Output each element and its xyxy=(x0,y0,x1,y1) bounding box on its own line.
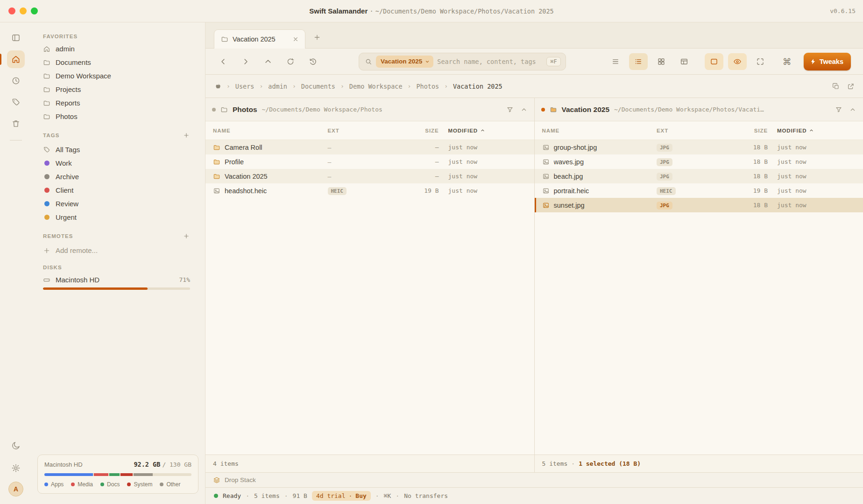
view-detailed-list-button[interactable] xyxy=(629,53,648,70)
sidebar-item-admin[interactable]: admin xyxy=(38,42,195,56)
legend-docs: Docs xyxy=(100,481,120,488)
table-row[interactable]: beach.jpg JPG 18 B just now xyxy=(535,169,863,183)
sidebar-item-projects[interactable]: Projects xyxy=(38,83,195,96)
table-row[interactable]: portrait.heic HEIC 19 B just now xyxy=(535,183,863,198)
view-table-button[interactable] xyxy=(675,53,693,70)
pane-title: Vacation 2025 xyxy=(562,105,610,114)
preview-toggle-button[interactable] xyxy=(728,53,747,70)
zoom-window-button[interactable] xyxy=(31,7,38,14)
pane-header[interactable]: Photos ~/Documents/Demo Workspace/Photos xyxy=(205,98,534,121)
column-size[interactable]: SIZE xyxy=(398,128,439,133)
history-button[interactable] xyxy=(304,53,322,70)
copy-path-icon[interactable] xyxy=(832,83,840,90)
file-modified: just now xyxy=(439,173,527,180)
view-grid-button[interactable] xyxy=(652,53,671,70)
sidebar-item-tag-client[interactable]: Client xyxy=(38,183,195,197)
status-separator: · xyxy=(375,492,379,499)
breadcrumb-users[interactable]: Users xyxy=(235,83,255,90)
sidebar-item-documents[interactable]: Documents xyxy=(38,56,195,69)
buy-link[interactable]: Buy xyxy=(355,492,366,499)
breadcrumb-photos[interactable]: Photos xyxy=(416,83,439,90)
collapse-pane-icon[interactable] xyxy=(849,106,856,113)
table-row[interactable]: group-shot.jpg JPG 18 B just now xyxy=(535,140,863,154)
breadcrumb-vacation-2025[interactable]: Vacation 2025 xyxy=(453,83,502,90)
sidebar-item-label: Documents xyxy=(56,58,91,66)
apple-icon[interactable] xyxy=(215,83,221,90)
view-list-button[interactable] xyxy=(606,53,625,70)
breadcrumb-documents[interactable]: Documents xyxy=(301,83,335,90)
table-row-selected[interactable]: sunset.jpg JPG 18 B just now xyxy=(535,198,863,212)
column-ext[interactable]: EXT xyxy=(657,128,727,133)
breadcrumb-admin[interactable]: admin xyxy=(268,83,287,90)
rail-tags-button[interactable] xyxy=(0,93,32,111)
selection-info: 1 selected (18 B) xyxy=(579,460,641,467)
pane-header[interactable]: Vacation 2025 ~/Documents/Demo Workspace… xyxy=(535,98,863,121)
filter-icon[interactable] xyxy=(835,106,842,113)
sidebar-item-all-tags[interactable]: All Tags xyxy=(38,143,195,156)
tab-vacation-2025[interactable]: Vacation 2025 xyxy=(214,29,305,49)
column-size[interactable]: SIZE xyxy=(727,128,768,133)
dual-pane-toggle-button[interactable] xyxy=(705,53,723,70)
fullscreen-button[interactable] xyxy=(751,53,770,70)
forward-button[interactable] xyxy=(236,53,255,70)
tweaks-button[interactable]: Tweaks xyxy=(804,53,851,70)
search-scope-token[interactable]: Vacation 2025 xyxy=(376,56,433,68)
back-button[interactable] xyxy=(214,53,233,70)
image-file-icon xyxy=(542,202,550,209)
sidebar-item-reports[interactable]: Reports xyxy=(38,96,195,110)
collapse-pane-icon[interactable] xyxy=(520,106,528,113)
reveal-external-icon[interactable] xyxy=(847,83,855,90)
theme-toggle-button[interactable] xyxy=(7,437,25,455)
table-row[interactable]: waves.jpg JPG 18 B just now xyxy=(535,154,863,169)
file-name: portrait.heic xyxy=(554,187,589,195)
file-list: Camera Roll — — just now Profile — — jus… xyxy=(205,140,534,455)
add-tag-button[interactable] xyxy=(182,131,191,140)
chevron-up-icon xyxy=(264,57,272,66)
close-window-button[interactable] xyxy=(8,7,15,14)
close-tab-button[interactable] xyxy=(292,35,299,43)
breadcrumb-separator: › xyxy=(292,83,296,90)
column-name[interactable]: NAME xyxy=(542,128,657,133)
rail-trash-button[interactable] xyxy=(0,115,32,133)
command-palette-button[interactable]: ⌘ xyxy=(778,53,796,70)
sidebar-item-macintosh-hd[interactable]: Macintosh HD 71% xyxy=(38,273,195,287)
sidebar-item-tag-archive[interactable]: Archive xyxy=(38,170,195,183)
account-avatar[interactable]: A xyxy=(7,482,25,497)
up-button[interactable] xyxy=(259,53,277,70)
status-item-count: 5 items xyxy=(254,492,280,499)
trial-badge[interactable]: 4d trial · Buy xyxy=(312,491,371,501)
status-total-size: 91 B xyxy=(293,492,307,499)
sidebar-item-tag-urgent[interactable]: Urgent xyxy=(38,210,195,224)
add-remote-button[interactable] xyxy=(182,231,191,241)
segment-docs xyxy=(109,473,120,476)
refresh-button[interactable] xyxy=(281,53,300,70)
minimize-window-button[interactable] xyxy=(20,7,27,14)
add-remote-item[interactable]: Add remote... xyxy=(38,244,195,257)
search-field[interactable]: Vacation 2025 ⌘F xyxy=(359,53,566,70)
rail-home-button[interactable] xyxy=(0,50,32,68)
column-modified[interactable]: MODIFIED xyxy=(439,128,527,133)
table-row[interactable]: Profile — — just now xyxy=(205,154,534,169)
drop-stack-bar[interactable]: Drop Stack xyxy=(205,472,863,487)
new-tab-button[interactable] xyxy=(310,30,324,44)
sidebar-item-tag-review[interactable]: Review xyxy=(38,197,195,210)
breadcrumb-demo-workspace[interactable]: Demo Workspace xyxy=(349,83,403,90)
table-row[interactable]: Vacation 2025 — — just now xyxy=(205,169,534,183)
column-modified[interactable]: MODIFIED xyxy=(768,128,856,133)
disk-breakdown-panel: Macintosh HD 92.2 GB / 130 GB Apps Media… xyxy=(37,455,198,494)
sidebar-item-photos[interactable]: Photos xyxy=(38,110,195,123)
rail-recents-button[interactable] xyxy=(0,72,32,90)
column-ext[interactable]: EXT xyxy=(328,128,398,133)
filter-icon[interactable] xyxy=(506,106,514,113)
disk-usage-percent: 71% xyxy=(179,276,190,283)
sidebar-item-demo-workspace[interactable]: Demo Workspace xyxy=(38,69,195,83)
column-name[interactable]: NAME xyxy=(213,128,328,133)
sidebar-item-tag-work[interactable]: Work xyxy=(38,156,195,170)
settings-button[interactable] xyxy=(7,459,25,477)
table-row[interactable]: Camera Roll — — just now xyxy=(205,140,534,154)
sidebar-toggle-button[interactable] xyxy=(0,29,32,47)
table-row[interactable]: headshot.heic HEIC 19 B just now xyxy=(205,183,534,198)
breadcrumb-separator: › xyxy=(408,83,411,90)
rail-divider xyxy=(10,140,22,140)
search-input[interactable] xyxy=(437,58,543,65)
